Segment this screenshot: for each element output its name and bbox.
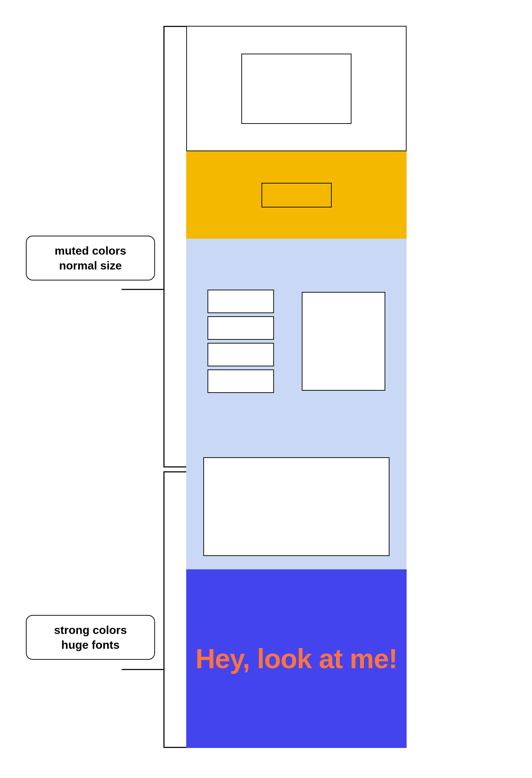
bracket-muted-bottom <box>163 466 187 467</box>
rect-large-outline <box>241 54 352 124</box>
bracket-muted-vertical <box>163 26 165 467</box>
section-blue-light-grid <box>186 239 407 444</box>
section-yellow <box>186 151 407 239</box>
rect-small-3 <box>207 343 274 366</box>
rect-small-4 <box>207 369 274 393</box>
annotation-muted-label: muted colors normal size <box>26 236 155 280</box>
hero-text: Hey, look at me! <box>196 643 397 674</box>
ui-mockup-panel: Hey, look at me! <box>186 26 407 748</box>
rect-wide-outline <box>203 457 390 556</box>
rect-small-2 <box>207 316 274 340</box>
small-rects-column <box>207 290 274 393</box>
rect-small-1 <box>207 290 274 313</box>
bracket-strong-vertical <box>163 471 165 748</box>
bracket-muted-top <box>163 26 187 27</box>
page-container: muted colors normal size strong colors h… <box>0 0 532 778</box>
section-white <box>186 26 407 151</box>
section-strong-blue: Hey, look at me! <box>186 569 407 748</box>
annotation-strong-text: strong colors huge fonts <box>54 624 127 651</box>
bracket-strong-mid <box>122 669 164 670</box>
rect-medium-tall <box>302 292 385 391</box>
section-blue-light-wide <box>186 444 407 569</box>
rect-small-outline <box>261 183 332 208</box>
annotation-strong-label: strong colors huge fonts <box>26 615 155 660</box>
annotation-muted-text: muted colors normal size <box>55 244 126 272</box>
bracket-muted-mid <box>122 289 164 290</box>
bracket-strong-bottom <box>163 747 187 748</box>
bracket-strong-top <box>163 471 187 472</box>
